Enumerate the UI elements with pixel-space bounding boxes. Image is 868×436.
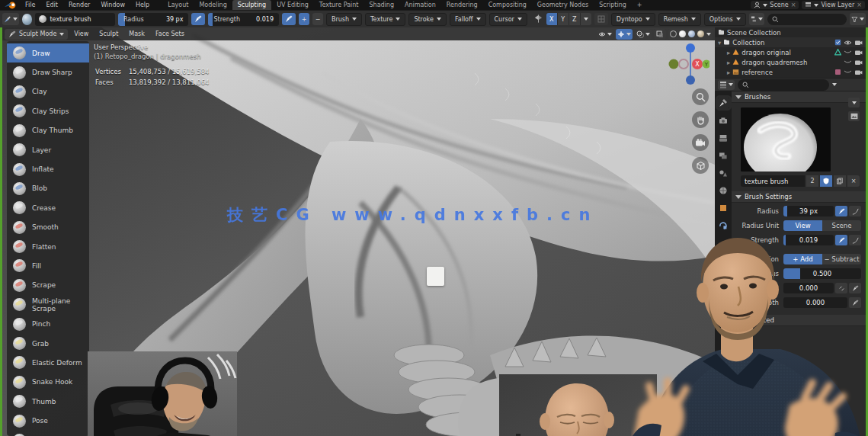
menu-window[interactable]: Window [95,0,130,10]
tool-grab[interactable]: Grab [7,334,89,353]
tool-pose[interactable]: Pose [7,411,89,430]
outliner-scene-collection[interactable]: Scene Collection [715,27,866,37]
radius-pressure-button[interactable] [835,206,847,216]
menu-mask[interactable]: Mask [124,27,149,40]
cursor-dropdown[interactable]: Cursor [489,13,527,26]
tool-layer[interactable]: Layer [7,140,89,159]
camera-view-button[interactable] [692,134,709,151]
tool-clay-thumb[interactable]: Clay Thumb [7,121,89,140]
tool-draw[interactable]: Draw [7,43,89,63]
tool-flatten[interactable]: Flatten [7,237,89,256]
strength-pressure-button[interactable] [282,13,296,25]
stroke-dropdown[interactable]: Stroke [408,13,447,26]
outliner-search-input[interactable] [781,16,842,23]
brush-name-input[interactable]: texture brush [741,175,805,187]
symmetry-y-button[interactable]: Y [558,13,569,25]
strength-slider[interactable]: Strength 0.019 [208,13,279,26]
tool-nudge[interactable]: Nudge [7,431,89,436]
gizmos-toggle-button[interactable] [616,29,633,40]
object-visibility-button[interactable] [597,29,613,40]
radius-slider[interactable]: Radius 39 px [118,13,189,26]
tool-blob[interactable]: Blob [7,179,89,198]
wireframe-shading-icon[interactable] [670,30,677,37]
outliner-search[interactable] [767,14,847,25]
menu-view[interactable]: View [69,27,93,40]
outliner-item-reference[interactable]: ▸ reference [715,67,866,77]
brushes-panel-header[interactable]: Brushes [732,91,866,103]
menu-edit[interactable]: Edit [40,0,63,10]
tool-crease[interactable]: Crease [7,198,89,217]
menu-sculpt[interactable]: Sculpt [94,27,123,40]
tab-render-icon[interactable] [718,115,729,126]
material-shading-icon[interactable] [688,30,695,37]
camera-restrict-icon[interactable] [854,69,863,75]
brush-dropdown[interactable]: Brush [326,13,362,26]
active-tool-button[interactable] [2,13,19,25]
zoom-button[interactable] [692,88,709,105]
symmetry-x-button[interactable]: X [546,13,558,25]
perspective-toggle-button[interactable] [692,157,709,174]
tool-snake-hook[interactable]: Snake Hook [7,373,89,392]
tab-rendering[interactable]: Rendering [441,0,483,10]
remesh-icon-button[interactable] [594,13,608,25]
tab-tool-icon[interactable] [718,98,729,108]
tool-smooth[interactable]: Smooth [7,218,89,237]
tab-animation[interactable]: Animation [399,0,441,10]
brush-preview-expand-button[interactable] [848,98,860,107]
blender-logo-icon[interactable] [5,2,17,9]
tool-draw-sharp[interactable]: Draw Sharp [7,63,89,82]
navigation-gizmo[interactable]: X Y [664,41,709,87]
tool-scrape[interactable]: Scrape [7,276,89,295]
eye-closed-icon[interactable] [844,59,852,65]
tool-fill[interactable]: Fill [7,256,89,275]
tab-shading[interactable]: Shading [364,0,399,10]
tab-scene-icon[interactable] [718,168,729,178]
camera-restrict-icon[interactable] [854,59,863,66]
overlays-toggle-button[interactable] [635,29,652,40]
radius-value-slider[interactable]: 39 px [783,206,834,216]
tool-multiplane-scrape[interactable]: Multi-plane Scrape [7,295,89,314]
brush-users-count[interactable]: 2 [806,175,818,187]
falloff-dropdown[interactable]: Falloff [450,13,486,26]
tool-thumb[interactable]: Thumb [7,392,89,411]
menu-file[interactable]: File [20,0,40,10]
outliner-collection[interactable]: ▾ Collection [715,37,866,47]
menu-help[interactable]: Help [130,0,155,10]
xray-toggle-button[interactable] [654,29,666,40]
outliner-filter-button[interactable] [850,13,866,25]
rendered-shading-icon[interactable] [697,30,704,37]
brush-preview-image[interactable] [741,107,831,172]
tool-inflate[interactable]: Inflate [7,159,89,178]
tab-viewlayer-icon[interactable] [718,150,729,161]
duplicate-brush-button[interactable] [834,175,846,187]
view-layer-unlink-icon[interactable]: × [857,2,862,8]
brush-name-field[interactable]: texture brush [35,13,114,26]
view-layer-selector[interactable]: View Layer × [802,1,865,9]
menu-render[interactable]: Render [63,0,95,10]
tab-geometry-nodes[interactable]: Geometry Nodes [532,0,594,10]
tab-texture-paint[interactable]: Texture Paint [314,0,364,10]
tool-clay-strips[interactable]: Clay Strips [7,101,89,120]
brush-preview-photo-button[interactable] [848,111,860,121]
properties-editor-type-button[interactable] [718,80,735,90]
mode-selector[interactable]: Sculpt Mode [5,29,68,40]
unlink-brush-button[interactable]: × [847,175,860,187]
texture-dropdown[interactable]: Texture [365,13,405,26]
outliner-item-dragon-quadremesh[interactable]: ▸ dragon quadremesh [715,57,866,67]
outliner-display-mode-button[interactable] [749,13,765,25]
pan-button[interactable] [692,111,709,128]
tab-world-icon[interactable] [718,185,729,196]
tab-output-icon[interactable] [718,133,729,143]
radius-unit-scene-button[interactable]: Scene [822,220,861,231]
symmetry-options-button[interactable] [581,13,591,25]
tab-sculpting[interactable]: Sculpting [232,0,271,10]
direction-subtract-button[interactable]: − [312,13,323,25]
tab-scripting[interactable]: Scripting [594,0,632,10]
outliner-item-dragon-original[interactable]: ▸ dragon original [715,47,866,57]
solid-shading-icon[interactable] [679,30,686,37]
tab-layout[interactable]: Layout [162,0,194,10]
radius-pressure-button[interactable] [191,13,205,25]
tool-pinch[interactable]: Pinch [7,314,89,333]
camera-restrict-icon[interactable] [854,50,863,56]
remesh-dropdown[interactable]: Remesh [658,13,701,26]
